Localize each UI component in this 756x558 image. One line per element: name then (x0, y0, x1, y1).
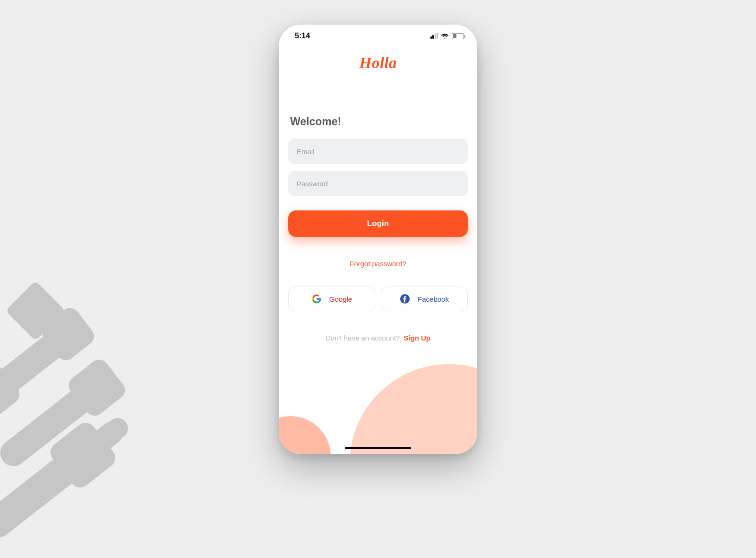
signup-row: Don't have an account? Sign Up (288, 334, 468, 342)
google-button-label: Google (329, 295, 352, 303)
signup-link[interactable]: Sign Up (404, 334, 430, 342)
battery-icon (452, 33, 464, 39)
google-login-button[interactable]: Google (288, 287, 375, 311)
status-time: 5:14 (295, 32, 310, 40)
facebook-button-label: Facebook (418, 295, 449, 303)
google-icon (311, 294, 322, 304)
facebook-login-button[interactable]: Facebook (381, 287, 468, 311)
bg-circle-small (279, 416, 331, 454)
password-field[interactable] (288, 171, 468, 196)
cellular-signal-icon (430, 33, 438, 39)
login-button[interactable]: Login (288, 210, 468, 237)
status-bar: 5:14 (279, 25, 477, 47)
signup-prompt: Don't have an account? (326, 334, 400, 342)
phone-frame: 5:14 Holla Welcome! Login Forgot passwor… (279, 25, 477, 454)
page-title: Welcome! (288, 115, 468, 128)
facebook-icon (400, 294, 410, 304)
wifi-icon (441, 33, 449, 39)
bg-circle-large (350, 364, 477, 454)
app-logo: Holla (288, 54, 468, 72)
email-field[interactable] (288, 139, 468, 164)
home-indicator (345, 447, 411, 449)
forgot-password-link[interactable]: Forgot password? (288, 260, 468, 268)
status-icons (430, 33, 464, 39)
